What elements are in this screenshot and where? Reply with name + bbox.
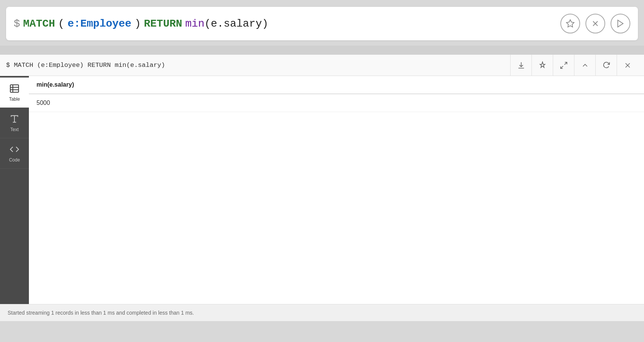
svg-marker-0 <box>566 20 574 27</box>
status-bar: Started streaming 1 records in less than… <box>0 304 644 321</box>
status-message: Started streaming 1 records in less than… <box>8 310 194 316</box>
main-content: Table Text <box>0 76 644 304</box>
top-query-bar: $ MATCH (e:Employee) RETURN min(e.salary… <box>6 7 638 40</box>
return-keyword: RETURN <box>144 18 182 30</box>
table-header-row: min(e.salary) <box>29 76 644 94</box>
paren-open: ( <box>58 18 65 30</box>
svg-line-4 <box>564 62 566 64</box>
column-header-min-salary: min(e.salary) <box>29 76 644 94</box>
table-area: min(e.salary) 5000 <box>29 76 644 304</box>
sidebar-item-text[interactable]: Text <box>0 108 29 138</box>
sidebar-text-label: Text <box>10 127 19 132</box>
sidebar-item-table[interactable]: Table <box>0 78 29 108</box>
svg-line-5 <box>560 66 563 68</box>
download-button[interactable] <box>510 55 531 76</box>
top-bar-actions <box>560 14 630 33</box>
table-row: 5000 <box>29 94 644 112</box>
sidebar-item-code[interactable]: Code <box>0 138 29 169</box>
cancel-button[interactable] <box>585 14 605 33</box>
refresh-button[interactable] <box>595 55 617 76</box>
sidebar-code-label: Code <box>9 157 20 163</box>
svg-rect-8 <box>10 85 19 92</box>
left-sidebar: Table Text <box>0 76 29 304</box>
cell-min-salary: 5000 <box>29 94 644 112</box>
run-button[interactable] <box>611 14 630 33</box>
query-display: $ MATCH (e:Employee) RETURN min(e.salary… <box>14 18 268 30</box>
paren-close: ) <box>135 18 141 30</box>
results-query-text: $ MATCH (e:Employee) RETURN min(e.salary… <box>6 62 165 69</box>
svg-marker-3 <box>618 20 623 27</box>
table-icon <box>10 84 19 95</box>
dollar-sign: $ <box>14 18 20 30</box>
node-var: e:Employee <box>68 18 132 30</box>
favorite-button[interactable] <box>560 14 580 33</box>
pin-button[interactable] <box>531 55 553 76</box>
text-icon <box>10 114 19 125</box>
close-results-button[interactable] <box>617 55 638 76</box>
match-keyword: MATCH <box>23 18 55 30</box>
results-panel: $ MATCH (e:Employee) RETURN min(e.salary… <box>0 55 644 321</box>
scroll-up-button[interactable] <box>574 55 595 76</box>
code-icon <box>10 144 19 156</box>
results-table: min(e.salary) 5000 <box>29 76 644 112</box>
func-call: min(e.salary) <box>185 18 268 30</box>
results-toolbar: $ MATCH (e:Employee) RETURN min(e.salary… <box>0 55 644 76</box>
divider <box>0 46 644 55</box>
expand-button[interactable] <box>553 55 574 76</box>
toolbar-actions <box>510 55 638 76</box>
sidebar-table-label: Table <box>9 97 20 102</box>
